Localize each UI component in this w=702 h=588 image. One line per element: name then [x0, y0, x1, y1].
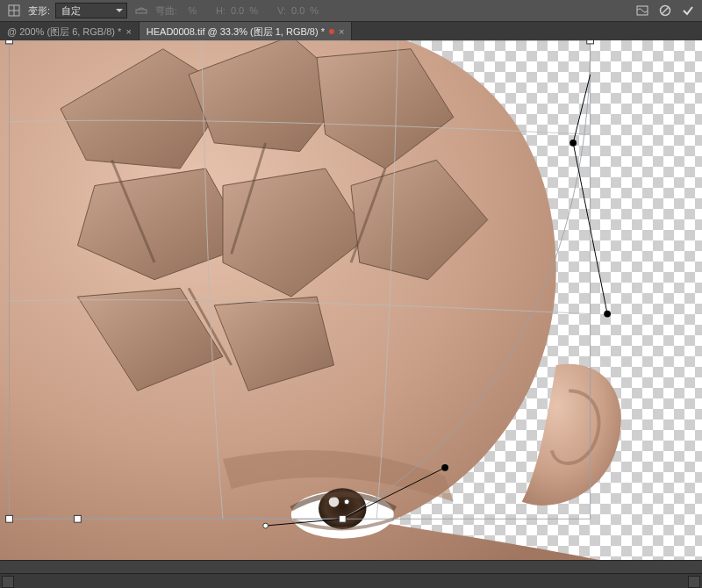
status-strip [0, 560, 702, 573]
grid-icon[interactable] [5, 3, 23, 18]
v-pct: % [310, 5, 319, 16]
document-tab[interactable]: HEAD0008.tif @ 33.3% (图层 1, RGB/8) * × [140, 22, 353, 41]
svg-point-9 [329, 497, 340, 507]
v-value: 0.0 [291, 5, 304, 16]
cancel-icon[interactable] [656, 3, 674, 18]
canvas-area [0, 40, 702, 588]
warp-label: 变形: [28, 4, 50, 18]
v-label: V: [277, 5, 286, 16]
warp-preset-value: 自定 [61, 5, 81, 16]
document-canvas[interactable] [0, 40, 702, 560]
h-value: 0.0 [231, 5, 244, 16]
horizontal-scrollbar[interactable] [0, 573, 702, 588]
tab-label: @ 200% (图层 6, RGB/8) * [7, 25, 121, 39]
commit-icon[interactable] [679, 3, 697, 18]
canvas-image [0, 40, 702, 560]
orientation-icon[interactable] [133, 3, 150, 18]
tab-label: HEAD0008.tif @ 33.3% (图层 1, RGB/8) * [147, 25, 325, 39]
close-icon[interactable]: × [125, 27, 131, 37]
bend-pct: % [188, 5, 197, 16]
warp-mode-icon[interactable] [634, 3, 651, 18]
document-tabs: @ 200% (图层 6, RGB/8) * × HEAD0008.tif @ … [0, 22, 702, 42]
svg-rect-3 [136, 10, 147, 13]
svg-line-6 [662, 7, 669, 14]
warp-preset-select[interactable]: 自定 [55, 3, 127, 18]
unsaved-dot-icon [329, 29, 334, 34]
close-icon[interactable]: × [339, 27, 344, 37]
h-pct: % [249, 5, 258, 16]
h-label: H: [216, 5, 226, 16]
options-bar: 变形: 自定 弯曲: % H: 0.0 % V: 0.0 % [0, 0, 702, 22]
bend-label: 弯曲: [155, 4, 177, 18]
document-tab[interactable]: @ 200% (图层 6, RGB/8) * × [0, 22, 140, 41]
